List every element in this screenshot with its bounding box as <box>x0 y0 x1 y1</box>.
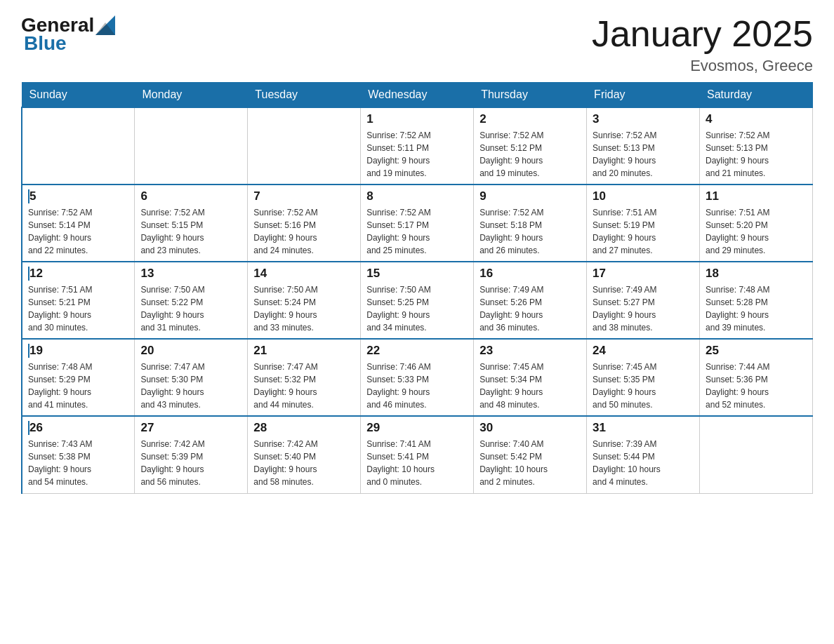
calendar-cell: 29Sunrise: 7:41 AM Sunset: 5:41 PM Dayli… <box>361 416 474 493</box>
calendar-cell: 31Sunrise: 7:39 AM Sunset: 5:44 PM Dayli… <box>587 416 700 493</box>
day-number: 22 <box>366 344 468 358</box>
calendar-cell: 9Sunrise: 7:52 AM Sunset: 5:18 PM Daylig… <box>474 185 587 262</box>
day-info: Sunrise: 7:48 AM Sunset: 5:29 PM Dayligh… <box>28 361 128 411</box>
day-number: 17 <box>593 267 694 281</box>
calendar-cell: 7Sunrise: 7:52 AM Sunset: 5:16 PM Daylig… <box>248 185 361 262</box>
day-info: Sunrise: 7:52 AM Sunset: 5:16 PM Dayligh… <box>253 206 355 257</box>
day-info: Sunrise: 7:43 AM Sunset: 5:38 PM Dayligh… <box>28 438 128 488</box>
day-number: 24 <box>593 344 694 358</box>
calendar-cell: 5Sunrise: 7:52 AM Sunset: 5:14 PM Daylig… <box>22 185 135 262</box>
calendar-cell: 1Sunrise: 7:52 AM Sunset: 5:11 PM Daylig… <box>361 107 474 185</box>
day-number: 29 <box>366 421 468 435</box>
calendar-cell: 25Sunrise: 7:44 AM Sunset: 5:36 PM Dayli… <box>700 339 813 416</box>
day-info: Sunrise: 7:52 AM Sunset: 5:17 PM Dayligh… <box>366 206 468 257</box>
calendar-cell: 27Sunrise: 7:42 AM Sunset: 5:39 PM Dayli… <box>135 416 248 493</box>
calendar-cell: 8Sunrise: 7:52 AM Sunset: 5:17 PM Daylig… <box>361 185 474 262</box>
day-number: 3 <box>593 112 694 126</box>
calendar-week-row: 5Sunrise: 7:52 AM Sunset: 5:14 PM Daylig… <box>22 185 813 262</box>
day-info: Sunrise: 7:45 AM Sunset: 5:35 PM Dayligh… <box>593 361 694 411</box>
day-info: Sunrise: 7:49 AM Sunset: 5:27 PM Dayligh… <box>593 283 694 334</box>
calendar-cell: 22Sunrise: 7:46 AM Sunset: 5:33 PM Dayli… <box>361 339 474 416</box>
day-info: Sunrise: 7:50 AM Sunset: 5:22 PM Dayligh… <box>140 283 241 334</box>
calendar-title: January 2025 <box>592 14 813 54</box>
day-number: 30 <box>479 421 581 435</box>
day-number: 18 <box>706 267 807 281</box>
calendar-cell <box>135 107 248 185</box>
calendar-cell: 10Sunrise: 7:51 AM Sunset: 5:19 PM Dayli… <box>587 185 700 262</box>
calendar-cell: 26Sunrise: 7:43 AM Sunset: 5:38 PM Dayli… <box>22 416 135 493</box>
day-number: 25 <box>706 344 807 358</box>
day-info: Sunrise: 7:46 AM Sunset: 5:33 PM Dayligh… <box>366 361 468 411</box>
calendar-cell <box>248 107 361 185</box>
calendar-cell: 17Sunrise: 7:49 AM Sunset: 5:27 PM Dayli… <box>587 262 700 339</box>
calendar-cell: 12Sunrise: 7:51 AM Sunset: 5:21 PM Dayli… <box>22 262 135 339</box>
day-number: 27 <box>140 421 241 435</box>
calendar-header-sunday: Sunday <box>22 83 135 108</box>
logo-icon <box>95 15 115 35</box>
calendar-cell: 16Sunrise: 7:49 AM Sunset: 5:26 PM Dayli… <box>474 262 587 339</box>
day-number: 6 <box>140 189 241 203</box>
day-number: 12 <box>28 267 128 281</box>
calendar-cell: 3Sunrise: 7:52 AM Sunset: 5:13 PM Daylig… <box>587 107 700 185</box>
calendar-cell: 18Sunrise: 7:48 AM Sunset: 5:28 PM Dayli… <box>700 262 813 339</box>
day-number: 31 <box>593 421 694 435</box>
day-info: Sunrise: 7:49 AM Sunset: 5:26 PM Dayligh… <box>479 283 581 334</box>
logo-blue-text: Blue <box>24 32 67 55</box>
day-info: Sunrise: 7:47 AM Sunset: 5:32 PM Dayligh… <box>253 361 355 411</box>
calendar-cell: 20Sunrise: 7:47 AM Sunset: 5:30 PM Dayli… <box>135 339 248 416</box>
day-info: Sunrise: 7:41 AM Sunset: 5:41 PM Dayligh… <box>366 438 468 488</box>
day-number: 28 <box>253 421 355 435</box>
day-number: 2 <box>479 112 581 126</box>
day-info: Sunrise: 7:40 AM Sunset: 5:42 PM Dayligh… <box>479 438 581 488</box>
calendar-table: SundayMondayTuesdayWednesdayThursdayFrid… <box>21 82 813 494</box>
day-number: 26 <box>28 421 128 435</box>
calendar-subtitle: Evosmos, Greece <box>592 57 813 75</box>
calendar-cell: 2Sunrise: 7:52 AM Sunset: 5:12 PM Daylig… <box>474 107 587 185</box>
calendar-cell: 15Sunrise: 7:50 AM Sunset: 5:25 PM Dayli… <box>361 262 474 339</box>
calendar-header-wednesday: Wednesday <box>361 83 474 108</box>
day-info: Sunrise: 7:48 AM Sunset: 5:28 PM Dayligh… <box>706 283 807 334</box>
calendar-header-friday: Friday <box>587 83 700 108</box>
day-info: Sunrise: 7:52 AM Sunset: 5:15 PM Dayligh… <box>140 206 241 257</box>
day-info: Sunrise: 7:42 AM Sunset: 5:40 PM Dayligh… <box>253 438 355 488</box>
calendar-cell: 14Sunrise: 7:50 AM Sunset: 5:24 PM Dayli… <box>248 262 361 339</box>
day-number: 5 <box>28 189 128 203</box>
calendar-cell: 23Sunrise: 7:45 AM Sunset: 5:34 PM Dayli… <box>474 339 587 416</box>
day-info: Sunrise: 7:52 AM Sunset: 5:18 PM Dayligh… <box>479 206 581 257</box>
day-number: 8 <box>366 189 468 203</box>
day-number: 16 <box>479 267 581 281</box>
day-number: 7 <box>253 189 355 203</box>
day-info: Sunrise: 7:52 AM Sunset: 5:13 PM Dayligh… <box>706 129 807 180</box>
logo: General Blue <box>21 14 117 55</box>
title-block: January 2025 Evosmos, Greece <box>592 14 813 75</box>
day-number: 21 <box>253 344 355 358</box>
calendar-week-row: 26Sunrise: 7:43 AM Sunset: 5:38 PM Dayli… <box>22 416 813 493</box>
calendar-header-row: SundayMondayTuesdayWednesdayThursdayFrid… <box>22 83 813 108</box>
day-number: 1 <box>366 112 468 126</box>
calendar-header-thursday: Thursday <box>474 83 587 108</box>
day-info: Sunrise: 7:51 AM Sunset: 5:19 PM Dayligh… <box>593 206 694 257</box>
day-info: Sunrise: 7:52 AM Sunset: 5:13 PM Dayligh… <box>593 129 694 180</box>
calendar-cell <box>700 416 813 493</box>
day-number: 23 <box>479 344 581 358</box>
day-number: 14 <box>253 267 355 281</box>
calendar-cell: 4Sunrise: 7:52 AM Sunset: 5:13 PM Daylig… <box>700 107 813 185</box>
calendar-week-row: 1Sunrise: 7:52 AM Sunset: 5:11 PM Daylig… <box>22 107 813 185</box>
day-info: Sunrise: 7:39 AM Sunset: 5:44 PM Dayligh… <box>593 438 694 488</box>
day-info: Sunrise: 7:47 AM Sunset: 5:30 PM Dayligh… <box>140 361 241 411</box>
day-number: 15 <box>366 267 468 281</box>
calendar-cell <box>22 107 135 185</box>
day-info: Sunrise: 7:51 AM Sunset: 5:20 PM Dayligh… <box>706 206 807 257</box>
day-info: Sunrise: 7:44 AM Sunset: 5:36 PM Dayligh… <box>706 361 807 411</box>
day-number: 11 <box>706 189 807 203</box>
day-number: 20 <box>140 344 241 358</box>
calendar-cell: 6Sunrise: 7:52 AM Sunset: 5:15 PM Daylig… <box>135 185 248 262</box>
calendar-cell: 11Sunrise: 7:51 AM Sunset: 5:20 PM Dayli… <box>700 185 813 262</box>
calendar-cell: 28Sunrise: 7:42 AM Sunset: 5:40 PM Dayli… <box>248 416 361 493</box>
calendar-header-tuesday: Tuesday <box>248 83 361 108</box>
calendar-cell: 24Sunrise: 7:45 AM Sunset: 5:35 PM Dayli… <box>587 339 700 416</box>
day-number: 19 <box>28 344 128 358</box>
calendar-cell: 13Sunrise: 7:50 AM Sunset: 5:22 PM Dayli… <box>135 262 248 339</box>
calendar-week-row: 19Sunrise: 7:48 AM Sunset: 5:29 PM Dayli… <box>22 339 813 416</box>
page-header: General Blue January 2025 Evosmos, Greec… <box>21 14 813 75</box>
